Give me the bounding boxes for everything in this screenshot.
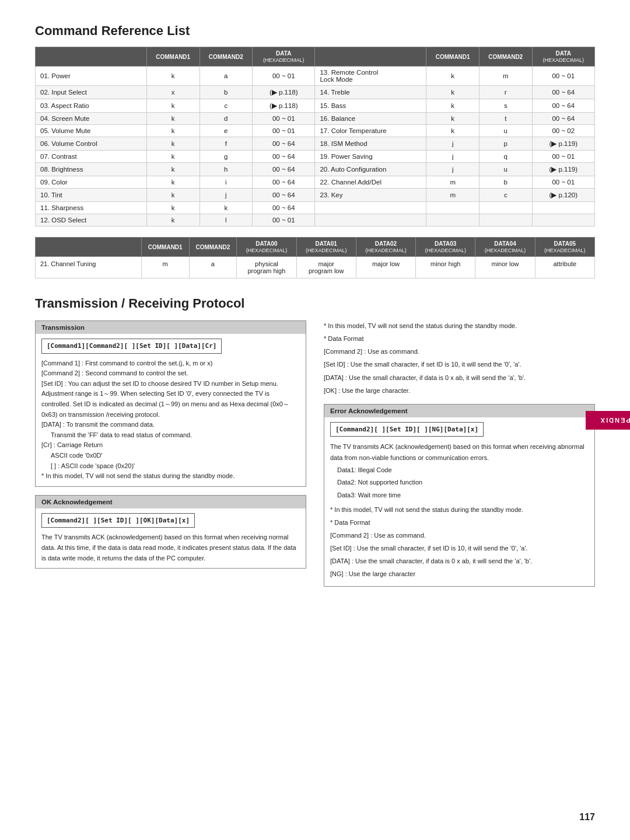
cmd1-cell: k (146, 99, 200, 113)
cmd1-cell: k (426, 86, 480, 99)
cmd2-cell: a (200, 67, 253, 86)
error-item: Data1: Illegal Code (337, 465, 589, 476)
error-footer-line: [Set ID] : Use the small character, if s… (330, 543, 589, 553)
table-row: 23. Key (315, 189, 426, 202)
error-footer-line: [Command 2] : Use as command. (330, 530, 589, 541)
cmd2-cell: d (200, 113, 253, 125)
chan-col-d3: DATA03(Hexadecimal) (416, 238, 475, 257)
ok-ack-section: OK Acknowledgement [Command2][ ][Set ID]… (35, 495, 306, 569)
protocol-left: Transmission [Command1][Command2][ ][Set… (35, 320, 306, 595)
appendix-label: APPENDIX (586, 411, 630, 430)
ok-ack-format: [Command2][ ][Set ID][ ][OK][Data][x] (41, 513, 195, 528)
chan-col-d5: DATA05(Hexadecimal) (535, 238, 594, 257)
chan-col-d4: DATA04(Hexadecimal) (475, 238, 535, 257)
cmd2-cell: i (200, 176, 253, 189)
data-cell: 00 ~ 01 (532, 176, 594, 189)
transmission-line: [DATA] : To transmit the command data. (41, 420, 300, 430)
cmd2-cell: u (479, 163, 532, 176)
table-row: 19. Power Saving (315, 151, 426, 163)
cmd2-cell: k (200, 202, 253, 214)
ok-ack-text: The TV transmits ACK (acknowledgement) b… (41, 532, 300, 563)
right-note-line: [OK] : Use the large character. (324, 385, 595, 396)
section-title-1: Command Reference List (35, 23, 595, 39)
cmd1-cell: j (426, 151, 480, 163)
data-cell: 00 ~ 01 (253, 113, 315, 125)
cmd1-cell: k (146, 125, 200, 137)
chan-col-label (36, 238, 142, 257)
chan-col-d0: DATA00(Hexadecimal) (237, 238, 296, 257)
cmd2-cell: j (200, 189, 253, 202)
table-row: 20. Auto Configuration (315, 163, 426, 176)
col-header-cmd1-left: COMMAND1 (146, 47, 200, 67)
table-row: 09. Color (36, 176, 147, 189)
data-cell: (▶ p.120) (532, 189, 594, 202)
table-row: 05. Volume Mute (36, 125, 147, 137)
data-cell: 00 ~ 01 (253, 67, 315, 86)
right-note-line: * In this model, TV will not send the st… (324, 320, 595, 331)
col-header-label-right (315, 47, 426, 67)
cmd2-cell: f (200, 137, 253, 151)
cmd1-cell: k (146, 113, 200, 125)
protocol-columns: Transmission [Command1][Command2][ ][Set… (35, 320, 595, 595)
table-row: 01. Power (36, 67, 147, 86)
cmd1-cell: k (426, 113, 480, 125)
col-header-label-left (36, 47, 147, 67)
cmd1-cell: k (426, 99, 480, 113)
cmd1-cell: k (146, 214, 200, 226)
cmd2-cell: r (479, 86, 532, 99)
data-cell: 00 ~ 64 (532, 86, 594, 99)
transmission-content: [Command1][Command2][ ][Set ID][ ][Data]… (36, 334, 306, 486)
chan-col-cmd1: COMMAND1 (141, 238, 189, 257)
cmd1-cell: m (426, 176, 480, 189)
cmd1-cell: k (146, 176, 200, 189)
data-cell: 00 ~ 01 (253, 125, 315, 137)
table-row: 18. ISM Method (315, 137, 426, 151)
data-cell: 00 ~ 64 (253, 137, 315, 151)
transmission-line: ASCII code '0x0D' (41, 451, 300, 461)
cmd1-cell: k (426, 67, 480, 86)
cmd1-cell: k (146, 189, 200, 202)
transmission-section: Transmission [Command1][Command2][ ][Set… (35, 320, 306, 487)
right-note-line: [Set ID] : Use the small character, if s… (324, 359, 595, 370)
data-cell: 00 ~ 64 (253, 163, 315, 176)
error-ack-content: [Command2][ ][Set ID][ ][NG][Data][x] Th… (324, 417, 594, 587)
cmd1-cell: k (426, 125, 480, 137)
channel-tuning-table: COMMAND1 COMMAND2 DATA00(Hexadecimal) DA… (35, 237, 595, 278)
data-cell: 00 ~ 01 (253, 214, 315, 226)
cmd1-cell: k (146, 202, 200, 214)
error-footer-line: [NG] : Use the large character (330, 569, 589, 579)
transmission-line: [Command 1] : First command to control t… (41, 358, 300, 369)
cmd2-cell: m (479, 67, 532, 86)
data-cell: 00 ~ 64 (532, 113, 594, 125)
right-note-line: [DATA] : Use the small character, if dat… (324, 372, 595, 383)
error-ack-header: Error Acknowledgement (324, 405, 594, 417)
cmd2-cell: c (479, 189, 532, 202)
transmission-line: Transmit the 'FF' data to read status of… (41, 430, 300, 441)
cmd1-cell: k (146, 163, 200, 176)
table-row: 22. Channel Add/Del (315, 176, 426, 189)
error-ack-format: [Command2][ ][Set ID][ ][NG][Data][x] (330, 422, 484, 437)
col-header-cmd2-left: COMMAND2 (200, 47, 253, 67)
cmd1-cell: k (146, 151, 200, 163)
table-row: 04. Screen Mute (36, 113, 147, 125)
cmd1-cell: m (426, 189, 480, 202)
ok-ack-header: OK Acknowledgement (36, 496, 306, 508)
page-number: 117 (579, 812, 595, 822)
data-cell: (▶ p.118) (253, 99, 315, 113)
transmission-line: [Set ID] : You can adjust the set ID to … (41, 379, 300, 420)
cmd2-cell: b (200, 86, 253, 99)
chan-col-d1: DATA01(Hexadecimal) (296, 238, 356, 257)
transmission-line: [ ] : ASCII code 'space (0x20)' (41, 461, 300, 472)
right-note-line: [Command 2] : Use as command. (324, 346, 595, 357)
cmd2-cell: h (200, 163, 253, 176)
cmd2-cell: q (479, 151, 532, 163)
table-row: 02. Input Select (36, 86, 147, 99)
cmd2-cell: g (200, 151, 253, 163)
table-row: 13. Remote Control Lock Mode (315, 67, 426, 86)
table-row: 08. Brightness (36, 163, 147, 176)
error-item: Data2: Not supported function (337, 477, 589, 488)
data-cell: (▶ p.118) (253, 86, 315, 99)
data-cell: 00 ~ 01 (532, 151, 594, 163)
table-row: 06. Volume Control (36, 137, 147, 151)
cmd1-cell: j (426, 163, 480, 176)
